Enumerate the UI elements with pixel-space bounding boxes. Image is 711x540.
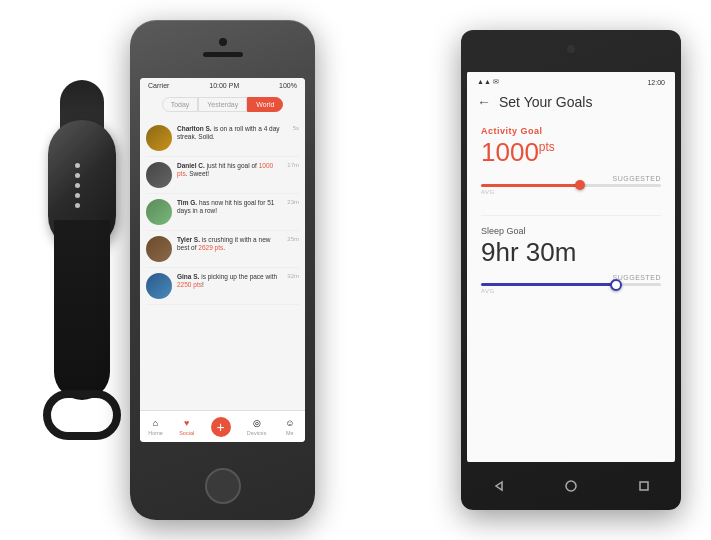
feed-time: 17m: [287, 162, 299, 168]
devices-icon: ◎: [250, 417, 264, 429]
band-strap-loop: [43, 390, 121, 440]
home-icon: ⌂: [149, 417, 163, 429]
band-dot: [75, 183, 80, 188]
list-item: Charlton S. is on a roll with a 4 day st…: [146, 120, 299, 157]
avatar: [146, 273, 172, 299]
iphone-time: 10:00 PM: [209, 82, 239, 89]
android-time: 12:00: [647, 79, 665, 86]
android-phone: ▲▲ ✉ 12:00 ← Set Your Goals Activity Goa…: [461, 30, 681, 510]
page-title: Set Your Goals: [499, 94, 592, 110]
activity-slider-suggested-label: SUGGESTED: [481, 175, 661, 182]
feed-text-wrap: Tyler S. is crushing it with a new best …: [177, 236, 282, 253]
feed-text: Tyler S. is crushing it with a new best …: [177, 236, 282, 253]
feed-text-wrap: Charlton S. is on a roll with a 4 day st…: [177, 125, 288, 142]
feed-time: 5s: [293, 125, 299, 131]
tab-yesterday[interactable]: Yesterday: [198, 97, 247, 112]
activity-avg-label: AVG: [481, 189, 495, 195]
feed-text: Tim G. has now hit his goal for 51 days …: [177, 199, 282, 216]
list-item: Daniel C. just hit his goal of 1000 pts.…: [146, 157, 299, 194]
nav-devices-label: Devices: [247, 430, 267, 436]
activity-goal-label: Activity Goal: [481, 126, 661, 136]
scene: Carrier 10:00 PM 100% Today Yesterday Wo…: [0, 0, 711, 540]
iphone-battery: 100%: [279, 82, 297, 89]
fitness-band: [18, 80, 148, 440]
android-home-btn[interactable]: [563, 478, 579, 494]
nav-me[interactable]: ☺ Me: [283, 417, 297, 436]
goal-divider: [481, 215, 661, 216]
sleep-goal-label: Sleep Goal: [481, 226, 661, 236]
sleep-avg-label: AVG: [481, 288, 495, 294]
iphone: Carrier 10:00 PM 100% Today Yesterday Wo…: [130, 20, 315, 520]
feed-time: 23m: [287, 199, 299, 205]
android-nav-bar: [461, 472, 681, 500]
android-recents-btn[interactable]: [636, 478, 652, 494]
sleep-goal-section: Sleep Goal 9hr 30m SUGGESTED AVG: [481, 226, 661, 295]
social-icon: ♥: [180, 417, 194, 429]
band-dot: [75, 193, 80, 198]
iphone-home-button[interactable]: [205, 468, 241, 504]
band-dots: [75, 163, 90, 208]
feed-time: 25m: [287, 236, 299, 242]
nav-me-label: Me: [286, 430, 294, 436]
avatar: [146, 236, 172, 262]
activity-goal-section: Activity Goal 1000pts SUGGESTED AVG: [481, 126, 661, 195]
list-item: Tim G. has now hit his goal for 51 days …: [146, 194, 299, 231]
nav-social[interactable]: ♥ Social: [179, 417, 194, 436]
sleep-slider-fill: [481, 283, 616, 286]
activity-slider-container: SUGGESTED AVG: [481, 175, 661, 195]
android-screen: ▲▲ ✉ 12:00 ← Set Your Goals Activity Goa…: [467, 72, 675, 462]
band-dot: [75, 203, 80, 208]
android-signal: ▲▲ ✉: [477, 78, 499, 86]
band-dot: [75, 163, 80, 168]
iphone-shell: Carrier 10:00 PM 100% Today Yesterday Wo…: [130, 20, 315, 520]
sleep-slider-thumb[interactable]: [610, 279, 622, 291]
android-shell: ▲▲ ✉ 12:00 ← Set Your Goals Activity Goa…: [461, 30, 681, 510]
nav-devices[interactable]: ◎ Devices: [247, 417, 267, 436]
sleep-slider-axis: AVG: [481, 288, 661, 294]
sleep-slider-container: SUGGESTED AVG: [481, 274, 661, 294]
feed-time: 32m: [287, 273, 299, 279]
iphone-bottom-nav: ⌂ Home ♥ Social + ◎ Devices: [140, 410, 305, 442]
android-camera: [567, 45, 575, 53]
sleep-goal-value: 9hr 30m: [481, 238, 661, 267]
activity-slider-axis: AVG: [481, 189, 661, 195]
iphone-screen: Carrier 10:00 PM 100% Today Yesterday Wo…: [140, 78, 305, 442]
nav-home[interactable]: ⌂ Home: [148, 417, 163, 436]
svg-point-1: [566, 481, 576, 491]
band-dot: [75, 173, 80, 178]
list-item: Tyler S. is crushing it with a new best …: [146, 231, 299, 268]
avatar: [146, 199, 172, 225]
sleep-slider-suggested-label: SUGGESTED: [481, 274, 661, 281]
svg-marker-0: [496, 482, 502, 490]
feed-text-wrap: Daniel C. just hit his goal of 1000 pts.…: [177, 162, 282, 179]
android-status-bar: ▲▲ ✉ 12:00: [467, 72, 675, 88]
android-header: ← Set Your Goals: [467, 88, 675, 116]
svg-rect-2: [640, 482, 648, 490]
avatar: [146, 162, 172, 188]
back-button[interactable]: ←: [477, 94, 491, 110]
iphone-camera: [219, 38, 227, 46]
activity-slider-track: [481, 184, 661, 187]
android-content: Activity Goal 1000pts SUGGESTED AVG: [467, 116, 675, 324]
list-item: Gina S. is picking up the pace with 2250…: [146, 268, 299, 305]
tab-today[interactable]: Today: [162, 97, 199, 112]
feed-text-wrap: Tim G. has now hit his goal for 51 days …: [177, 199, 282, 216]
iphone-status-bar: Carrier 10:00 PM 100%: [140, 78, 305, 93]
activity-slider-fill: [481, 184, 580, 187]
feed-text: Charlton S. is on a roll with a 4 day st…: [177, 125, 288, 142]
activity-slider-thumb[interactable]: [575, 180, 585, 190]
android-back-btn[interactable]: [490, 478, 506, 494]
feed-text: Daniel C. just hit his goal of 1000 pts.…: [177, 162, 282, 179]
me-icon: ☺: [283, 417, 297, 429]
iphone-carrier: Carrier: [148, 82, 169, 89]
iphone-feed: Charlton S. is on a roll with a 4 day st…: [140, 116, 305, 309]
avatar: [146, 125, 172, 151]
activity-goal-value: 1000pts: [481, 138, 661, 167]
plus-icon: +: [211, 417, 231, 437]
nav-add[interactable]: +: [211, 417, 231, 437]
nav-social-label: Social: [179, 430, 194, 436]
feed-text: Gina S. is picking up the pace with 2250…: [177, 273, 282, 290]
band-strap-bottom: [54, 220, 110, 400]
sleep-slider-track: [481, 283, 661, 286]
tab-world[interactable]: World: [247, 97, 283, 112]
